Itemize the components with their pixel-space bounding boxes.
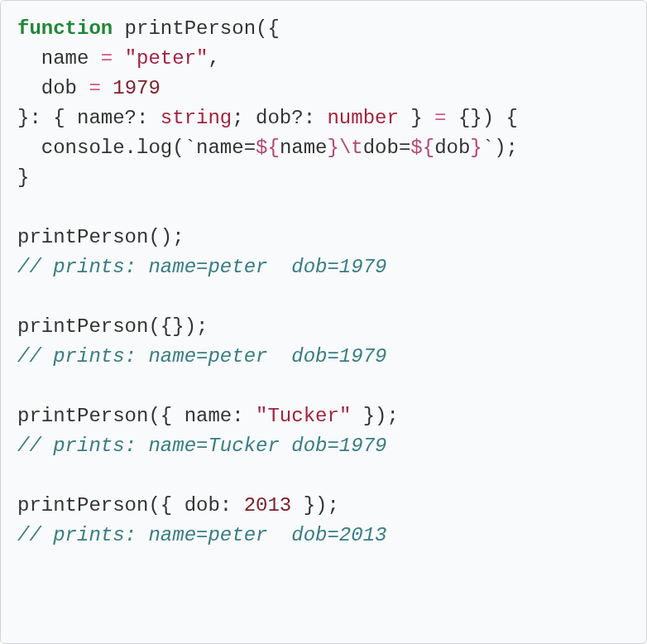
number-2013: 2013 <box>244 494 292 517</box>
interp-close: } <box>470 137 482 159</box>
function-name: printPerson <box>113 17 256 40</box>
type-anno-start: }: { name?: <box>17 107 161 129</box>
interp-open: ${ <box>410 137 434 159</box>
tmpl-text: name= <box>196 137 256 159</box>
comment-3: // prints: name=Tucker dob=1979 <box>17 435 386 457</box>
paren-open: ({ <box>256 17 280 40</box>
backtick: ` <box>482 137 494 159</box>
call-1: printPerson(); <box>17 226 185 248</box>
quote: " <box>256 405 267 427</box>
comment-2: // prints: name=peter dob=1979 <box>17 345 386 368</box>
interp-close: } <box>327 137 338 159</box>
type-close: } <box>399 107 434 129</box>
quote: " <box>339 405 351 427</box>
function-close: } <box>17 166 29 189</box>
interp-open: ${ <box>256 137 280 159</box>
string-tucker: Tucker <box>267 405 338 427</box>
code-content: function printPerson({ name = "peter", d… <box>17 14 630 550</box>
default-empty: {}) { <box>458 107 518 129</box>
assign-op: = <box>434 107 458 129</box>
backtick: ` <box>185 137 196 159</box>
param-name: name <box>17 47 101 70</box>
interp-var: name <box>280 137 328 159</box>
type-string: string <box>161 107 232 129</box>
call-3-start: printPerson({ name: <box>17 405 256 427</box>
escape-tab: \t <box>339 137 363 159</box>
comment-1: // prints: name=peter dob=1979 <box>17 256 386 278</box>
string-peter: peter <box>137 47 196 70</box>
assign-op: = <box>101 47 125 70</box>
call-2: printPerson({}); <box>17 315 208 338</box>
number-1979: 1979 <box>113 77 161 99</box>
call-end: ); <box>494 137 518 159</box>
quote: " <box>125 47 137 70</box>
interp-var: dob <box>434 137 470 159</box>
call-4-end: }); <box>291 494 339 517</box>
comment-4: // prints: name=peter dob=2013 <box>17 524 386 546</box>
type-sep: ; dob?: <box>232 107 327 129</box>
code-block: function printPerson({ name = "peter", d… <box>0 0 647 644</box>
call-4-start: printPerson({ dob: <box>17 494 244 517</box>
comma: , <box>208 47 219 70</box>
assign-op: = <box>89 77 113 99</box>
call-3-end: }); <box>351 405 399 427</box>
param-dob: dob <box>17 77 89 99</box>
tmpl-text: dob= <box>363 137 411 159</box>
console-log: console.log( <box>17 137 185 159</box>
type-number: number <box>327 107 398 129</box>
keyword-function: function <box>17 17 113 40</box>
quote: " <box>196 47 208 70</box>
